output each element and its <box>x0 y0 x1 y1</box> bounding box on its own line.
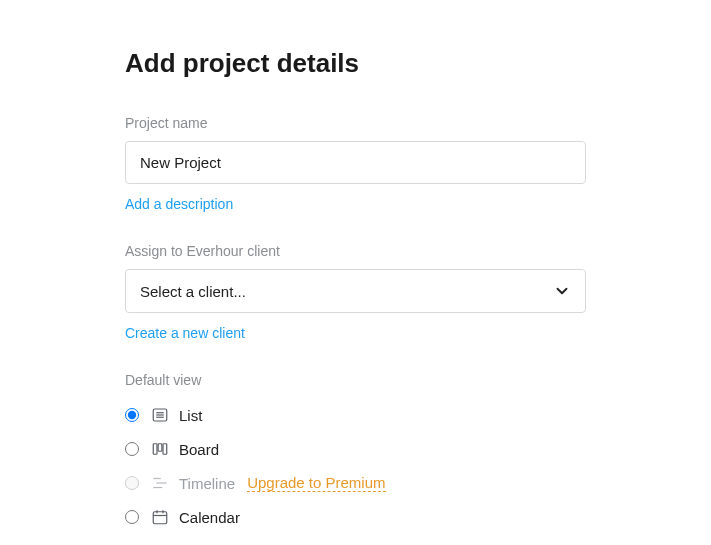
view-option-board: Board <box>125 432 586 466</box>
client-section: Assign to Everhour client Select a clien… <box>125 243 586 342</box>
create-client-link[interactable]: Create a new client <box>125 325 245 341</box>
radio-list[interactable] <box>125 408 139 422</box>
svg-rect-10 <box>153 512 167 524</box>
project-name-section: Project name Add a description <box>125 115 586 213</box>
view-option-calendar: Calendar <box>125 500 586 534</box>
client-select-placeholder: Select a client... <box>140 283 246 300</box>
view-label-calendar: Calendar <box>179 509 240 526</box>
radio-board[interactable] <box>125 442 139 456</box>
svg-rect-4 <box>153 444 157 455</box>
view-label-list: List <box>179 407 202 424</box>
list-icon <box>151 406 169 424</box>
default-view-label: Default view <box>125 372 586 388</box>
svg-rect-6 <box>163 444 167 455</box>
client-label: Assign to Everhour client <box>125 243 586 259</box>
view-option-timeline: Timeline Upgrade to Premium <box>125 466 586 500</box>
add-description-link[interactable]: Add a description <box>125 196 233 212</box>
page-title: Add project details <box>125 48 586 79</box>
client-select[interactable]: Select a client... <box>125 269 586 313</box>
radio-timeline <box>125 476 139 490</box>
default-view-section: Default view List Board <box>125 372 586 534</box>
project-name-label: Project name <box>125 115 586 131</box>
view-option-list: List <box>125 398 586 432</box>
radio-calendar[interactable] <box>125 510 139 524</box>
chevron-down-icon <box>553 282 571 300</box>
timeline-icon <box>151 474 169 492</box>
view-label-timeline: Timeline <box>179 475 235 492</box>
board-icon <box>151 440 169 458</box>
view-label-board: Board <box>179 441 219 458</box>
project-name-input[interactable] <box>125 141 586 184</box>
calendar-icon <box>151 508 169 526</box>
upgrade-to-premium-link[interactable]: Upgrade to Premium <box>247 474 385 492</box>
svg-rect-5 <box>158 444 162 452</box>
